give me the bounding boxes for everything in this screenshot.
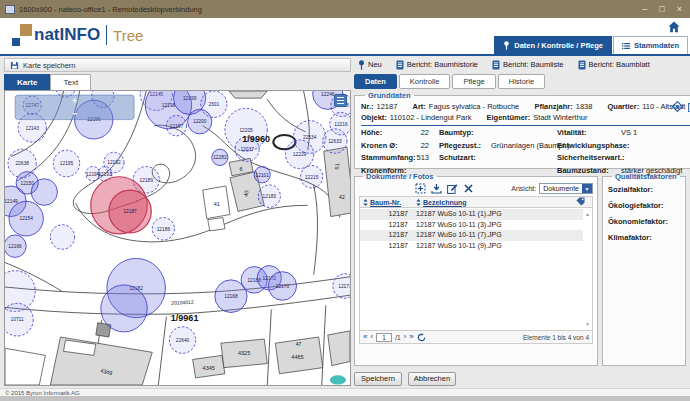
field-label: Nr.: (361, 102, 374, 111)
save-button[interactable]: Speichern (354, 372, 402, 386)
map-road (314, 185, 318, 275)
quality-field-label: Ökologiefaktor: (608, 201, 680, 210)
tree-number-label: 12170 (276, 284, 290, 289)
table-row[interactable]: 1218712187 WuSo 10-11 (3).JPG (360, 220, 583, 231)
field-value: VS 1 (621, 127, 690, 140)
cell-baum-nr: 12187 (360, 230, 408, 241)
tag-icon[interactable] (576, 197, 592, 207)
tree-number-label: 12186 (157, 227, 171, 232)
refresh-icon[interactable] (417, 333, 426, 342)
tab-daten[interactable]: Daten (354, 74, 397, 89)
tree-number-label: 12150 (20, 181, 34, 186)
ansicht-dropdown[interactable]: Dokumente ▼ (539, 183, 593, 194)
map-layers-menu-icon[interactable] (334, 94, 347, 107)
field-label: Baumtyp: (439, 127, 491, 140)
field-value (621, 140, 690, 153)
scroll-down-icon[interactable]: ▼ (585, 321, 590, 327)
new-button[interactable]: Neu (358, 60, 382, 70)
grunddaten-grid: Höhe:22Baumtyp:Vitalität:VS 1Kronen Ø:22… (361, 127, 690, 177)
page-count: /1 (395, 334, 400, 341)
report-icon (492, 60, 500, 70)
report-baumhistorie-button[interactable]: Bericht: Baumhistorie (396, 60, 478, 70)
page-input[interactable] (376, 333, 392, 342)
tree-number-label: 12199 (183, 96, 197, 101)
tab-stammdaten[interactable]: Stammdaten (613, 36, 688, 54)
map-tab-karte[interactable]: Karte (4, 74, 50, 90)
next-page-button[interactable]: › (404, 331, 407, 343)
prev-page-button[interactable]: ‹ (370, 331, 373, 343)
tab-kontrolle[interactable]: Kontrolle (399, 74, 451, 89)
minimize-button[interactable]: – (642, 0, 647, 18)
tree-circle[interactable] (50, 225, 74, 250)
last-page-button[interactable]: » (409, 331, 413, 343)
tree-number-label: 12194 (86, 172, 100, 177)
column-header-baum-nr[interactable]: Baum-Nr. (360, 199, 416, 206)
tab-daten-kontrolle-pflege[interactable]: Daten / Kontrolle / Pflege (494, 36, 612, 54)
building-label: 51 (334, 163, 340, 170)
building-label: 6 (240, 166, 243, 172)
table-row[interactable]: 1218712187 WuSo 10-11 (9).JPG (360, 241, 583, 252)
scroll-up-icon[interactable]: ▲ (585, 211, 590, 217)
zoom-in-button[interactable]: + (72, 96, 77, 106)
tree-number-label: 12143 (26, 126, 40, 131)
documents-table-header: Baum-Nr. Bezeichnung (360, 197, 592, 208)
quality-field-label: Klimafaktor: (608, 233, 680, 242)
table-row[interactable]: 1218712187 WuSo 10-11 (7).JPG (360, 230, 583, 241)
grunddaten-section: Grunddaten Nr.:12187 Art:Fagus sylvatica… (354, 91, 690, 169)
cancel-button[interactable]: Abbrechen (408, 372, 456, 386)
building-label: 4325 (238, 350, 250, 356)
maximize-button[interactable]: □ (659, 0, 664, 18)
tree-number-label: 10711 (11, 317, 24, 322)
delete-icon[interactable] (463, 183, 474, 194)
save-map-button[interactable]: Karte speichern (4, 58, 351, 72)
map-building (229, 91, 267, 98)
table-row[interactable]: 1218712187 WuSo 10-11 (1).JPG (360, 209, 583, 220)
map-panel: Karte speichern Karte Text 6404151434943… (4, 58, 351, 388)
tab-pflege[interactable]: Pflege (452, 74, 495, 89)
field-value: 110102 - Lindengut Park (390, 113, 472, 122)
tree-number-label: 12154 (19, 216, 33, 221)
table-scrollbar[interactable]: ▲ ▼ (583, 209, 592, 329)
map-svg[interactable]: 6404151434943454325446512145127471219612… (5, 91, 350, 385)
tree-number-label: 12192 (107, 160, 121, 165)
download-icon[interactable] (431, 183, 442, 194)
close-button[interactable]: × (677, 0, 682, 18)
tree-circle[interactable] (101, 285, 147, 332)
report-baumliste-button[interactable]: Bericht: Baumliste (492, 60, 563, 70)
pagination-bar: « ‹ /1 › » Elemente 1 bis 4 von 4 (360, 330, 592, 343)
map-viewport[interactable]: 6404151434943454325446512145127471219612… (4, 90, 351, 386)
tree-number-label: 12205 (239, 128, 253, 133)
tree-circle[interactable] (31, 179, 57, 206)
field-value: 22 (405, 140, 429, 153)
rdp-icon (5, 5, 15, 14)
tree-number-label: 22640 (176, 338, 190, 343)
map-plot-label: 20104012 (171, 299, 194, 306)
map-building (208, 218, 225, 231)
detail-panel: Neu Bericht: Baumhistorie Bericht: Bauml… (354, 58, 686, 388)
logo-divider (106, 25, 107, 45)
tree-number-label: 12633 (328, 139, 342, 144)
home-icon[interactable] (668, 21, 680, 33)
zoom-out-button[interactable]: − (72, 108, 77, 118)
app-logo: natINFO Tree (10, 22, 143, 48)
map-road (267, 309, 271, 385)
report-baumblatt-button[interactable]: Bericht: Baumblatt (578, 60, 650, 70)
column-header-bezeichnung[interactable]: Bezeichnung (416, 199, 576, 206)
form-buttons: Speichern Abbrechen (354, 372, 686, 386)
cell-baum-nr: 12187 (360, 220, 408, 231)
tree-number-label: 12195 (60, 161, 74, 166)
map-road (5, 277, 350, 294)
map-tab-text[interactable]: Text (50, 74, 91, 90)
first-page-button[interactable]: « (363, 331, 367, 343)
tree-number-label: 12101 (256, 173, 270, 178)
tree-number-label: 12200 (193, 119, 207, 124)
locate-on-map-icon[interactable] (672, 101, 683, 112)
tab-historie[interactable]: Historie (498, 74, 545, 89)
select-multiple-icon[interactable] (415, 183, 426, 194)
edit-icon[interactable] (447, 183, 458, 194)
field-value: Grünanlagen (Baumpf.) (491, 140, 557, 153)
map-road (322, 305, 326, 385)
logo-text-main: natINFO (34, 25, 100, 45)
map-building (328, 331, 350, 366)
window-bottom-edge (0, 396, 690, 401)
